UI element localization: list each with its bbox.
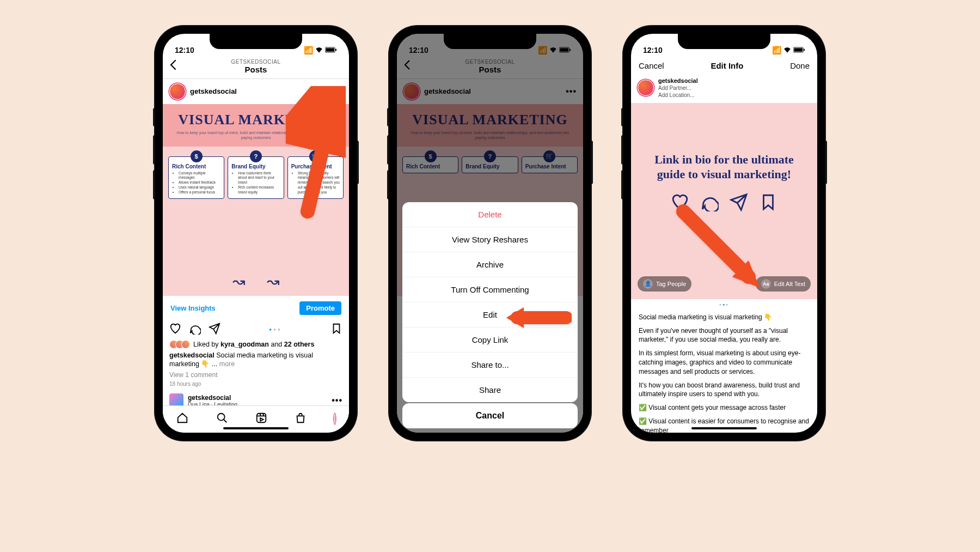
- bookmark-icon[interactable]: [330, 323, 342, 337]
- back-button[interactable]: [169, 59, 182, 74]
- sheet-view-reshares[interactable]: View Story Reshares: [402, 227, 578, 252]
- svg-marker-11: [506, 307, 524, 328]
- view-insights-link[interactable]: View Insights: [170, 304, 216, 312]
- nav-bar: GETSKEDSOCIAL Posts: [163, 56, 349, 79]
- phone-3: 12:10 📶 Cancel Edit Info Done getskedsoc…: [623, 26, 825, 440]
- status-time: 12:10: [175, 46, 194, 54]
- post-caption: getskedsocial Social media marketing is …: [163, 350, 349, 371]
- profile-tab-icon[interactable]: [334, 414, 335, 424]
- add-location-link[interactable]: Add Location...: [658, 92, 698, 99]
- annotation-arrow: [506, 304, 572, 333]
- post-username[interactable]: getskedsocial: [190, 87, 237, 95]
- like-icon[interactable]: [169, 323, 181, 337]
- share-icon[interactable]: [209, 323, 220, 337]
- card-brand-equity: ? Brand Equity How customers think about…: [228, 156, 284, 199]
- carousel-dots: ●●●: [228, 327, 323, 332]
- search-tab-icon[interactable]: [216, 412, 228, 426]
- wifi-icon: [783, 46, 791, 54]
- sheet-delete[interactable]: Delete: [402, 202, 578, 227]
- dollar-icon: $: [191, 150, 203, 162]
- more-link[interactable]: more: [219, 360, 235, 368]
- done-button[interactable]: Done: [790, 61, 810, 70]
- sheet-archive[interactable]: Archive: [402, 252, 578, 277]
- page-title: Edit Info: [710, 61, 743, 70]
- edit-post-header: getskedsocial Add Partner... Add Locatio…: [631, 75, 817, 103]
- annotation-arrow: [672, 201, 770, 301]
- caption-editor[interactable]: Social media marketing is visual marketi…: [631, 310, 817, 433]
- timestamp: 18 hours ago: [163, 380, 349, 390]
- svg-rect-13: [794, 48, 803, 51]
- add-partner-link[interactable]: Add Partner...: [658, 84, 698, 92]
- card-rich-content: $ Rich Content Conveys multiple messages…: [168, 156, 224, 199]
- cancel-button[interactable]: Cancel: [639, 61, 664, 70]
- shop-tab-icon[interactable]: [295, 412, 307, 426]
- home-indicator[interactable]: [691, 427, 757, 429]
- arrow-icon: ↝: [267, 272, 279, 290]
- nav-subtitle: GETSKEDSOCIAL: [182, 59, 329, 65]
- battery-icon: [325, 46, 337, 54]
- wifi-icon: [315, 46, 323, 54]
- person-icon: 👤: [643, 279, 653, 289]
- question-icon: ?: [250, 150, 262, 162]
- svg-rect-14: [804, 48, 805, 51]
- signal-icon: 📶: [772, 46, 781, 54]
- phone-1: 12:10 📶 GETSKEDSOCIAL Posts: [155, 26, 357, 440]
- phone-2: 12:10 📶 GETSKEDSOCIAL Posts getskedsocia…: [389, 26, 591, 440]
- sheet-share-to[interactable]: Share to...: [402, 353, 578, 378]
- carousel-dots: ●●●: [631, 299, 817, 310]
- sheet-turn-off-commenting[interactable]: Turn Off Commenting: [402, 277, 578, 302]
- signal-icon: 📶: [304, 46, 313, 54]
- view-comments-link[interactable]: View 1 comment: [163, 370, 349, 380]
- action-bar: ●●●: [163, 320, 349, 339]
- svg-line-5: [308, 97, 335, 211]
- battery-icon: [793, 46, 805, 54]
- action-sheet: Delete View Story Reshares Archive Turn …: [402, 202, 578, 402]
- svg-rect-1: [326, 48, 334, 51]
- promote-button[interactable]: Promote: [299, 301, 341, 315]
- arrow-icon: ↝: [232, 272, 245, 290]
- avatar[interactable]: [638, 80, 654, 96]
- home-tab-icon[interactable]: [176, 412, 188, 426]
- nav-title: Posts: [182, 65, 329, 74]
- svg-point-3: [217, 414, 224, 421]
- svg-rect-2: [335, 48, 336, 51]
- avatar[interactable]: [169, 83, 186, 100]
- more-options-button[interactable]: •••: [332, 396, 342, 405]
- home-indicator[interactable]: [223, 427, 289, 429]
- comment-icon[interactable]: [189, 323, 201, 337]
- reels-tab-icon[interactable]: [255, 412, 267, 426]
- edit-nav: Cancel Edit Info Done: [631, 56, 817, 75]
- likes-row[interactable]: Liked by kyra_goodman and 22 others: [163, 339, 349, 350]
- status-time: 12:10: [643, 46, 663, 54]
- sheet-cancel[interactable]: Cancel: [402, 403, 578, 428]
- svg-line-15: [683, 211, 749, 277]
- annotation-arrow: [286, 86, 346, 225]
- sheet-share[interactable]: Share: [402, 378, 578, 402]
